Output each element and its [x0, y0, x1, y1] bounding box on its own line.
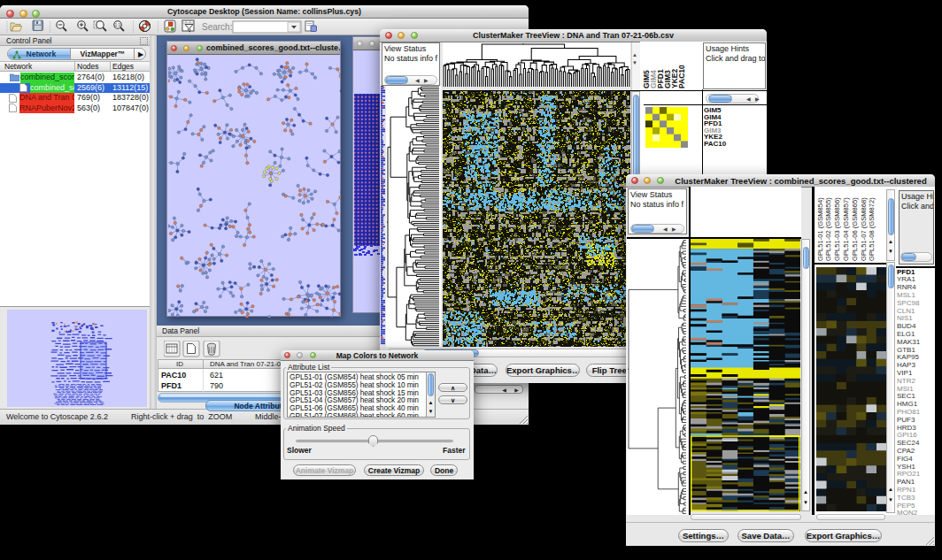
svg-text:GPL51-02 (GSM855): GPL51-02 (GSM855): [824, 197, 832, 261]
svg-text:1:1: 1:1: [115, 23, 121, 27]
svg-text:GPL51-08 (GSM872): GPL51-08 (GSM872): [868, 197, 876, 261]
svg-text:GPL51-06 (GSM865): GPL51-06 (GSM865): [851, 197, 859, 261]
svg-text:GPL51-03 (GSM856): GPL51-03 (GSM856): [833, 197, 841, 261]
svg-text:GPL51-07 (GSM868): GPL51-07 (GSM868): [860, 197, 868, 261]
svg-text:Search:: Search:: [202, 22, 232, 32]
svg-text:GPL51-04 (GSM857): GPL51-04 (GSM857): [842, 197, 850, 261]
svg-text:PAC10: PAC10: [677, 65, 686, 88]
svg-text:GPL51-01 (GSM854): GPL51-01 (GSM854): [816, 197, 824, 261]
